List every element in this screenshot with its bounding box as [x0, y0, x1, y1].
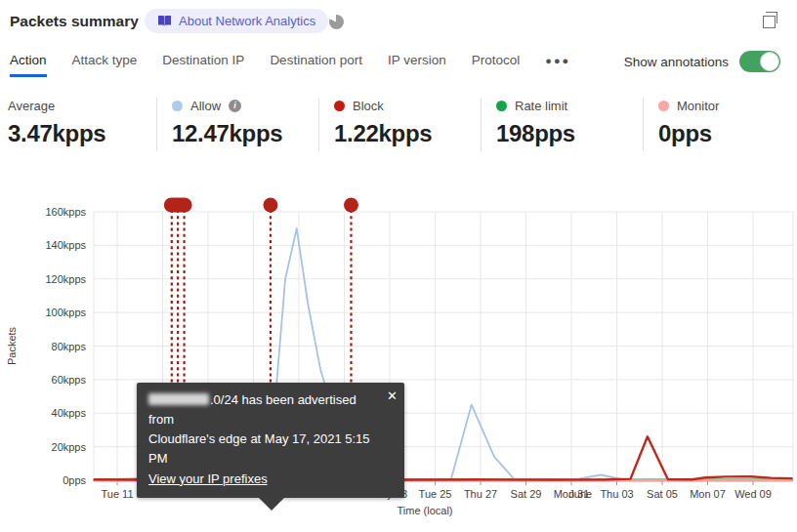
about-network-analytics-badge[interactable]: About Network Analytics — [145, 9, 328, 33]
stat-value: 198pps — [496, 120, 575, 147]
stat-value: 12.47kpps — [172, 120, 282, 147]
stat-label: Monitor — [677, 99, 719, 113]
show-annotations-label: Show annotations — [624, 55, 729, 69]
svg-text:140kpps: 140kpps — [45, 239, 86, 251]
svg-text:Thu 27: Thu 27 — [464, 488, 497, 500]
svg-text:Packets: Packets — [6, 326, 18, 365]
svg-text:100kpps: 100kpps — [45, 307, 86, 318]
open-in-new-window-icon[interactable] — [763, 16, 776, 28]
svg-text:160kpps: 160kpps — [45, 206, 86, 218]
block-series-dot — [334, 101, 345, 111]
svg-text:Tue 25: Tue 25 — [419, 488, 452, 500]
stat-block: Block 1.22kpps — [334, 98, 432, 147]
network-analytics-panel: Packets summary About Network Analytics … — [0, 0, 797, 532]
stat-value: 1.22kpps — [334, 120, 432, 147]
show-annotations-toggle[interactable] — [739, 51, 780, 72]
stat-average: Average 3.47kpps — [8, 98, 105, 147]
monitor-series-dot — [658, 101, 669, 111]
svg-text:Time (local): Time (local) — [397, 505, 452, 516]
usage-pie-icon — [329, 15, 344, 29]
stat-label: Average — [8, 99, 55, 113]
stat-divider — [156, 98, 157, 151]
dimension-tabs: Action Attack type Destination IP Destin… — [10, 53, 570, 77]
svg-text:Sat 05: Sat 05 — [647, 488, 678, 500]
tab-protocol[interactable]: Protocol — [472, 53, 521, 74]
svg-text:40kpps: 40kpps — [52, 407, 87, 419]
stat-value: 0pps — [658, 120, 719, 147]
svg-text:120kpps: 120kpps — [45, 273, 86, 285]
tab-destination-port[interactable]: Destination port — [270, 53, 362, 74]
stat-divider — [481, 98, 482, 151]
svg-text:June: June — [568, 488, 592, 500]
more-tabs-icon[interactable]: ●●● — [545, 53, 570, 66]
stat-label: Allow — [190, 99, 221, 113]
svg-text:Thu 03: Thu 03 — [600, 488, 633, 500]
tab-action[interactable]: Action — [10, 53, 47, 77]
svg-text:Sat 29: Sat 29 — [511, 488, 542, 500]
tab-ip-version[interactable]: IP version — [388, 53, 446, 74]
book-icon — [157, 15, 172, 27]
packets-time-series-chart[interactable]: 0pps20kpps40kpps60kpps80kpps100kpps120kp… — [0, 190, 797, 532]
tab-destination-ip[interactable]: Destination IP — [162, 53, 244, 74]
tab-attack-type[interactable]: Attack type — [72, 53, 138, 74]
toggle-knob — [760, 52, 779, 71]
rate-limit-series-dot — [496, 101, 507, 111]
ip-prefix-annotation-tooltip: ✕ .0/24 has been advertised from Cloudfl… — [137, 383, 404, 498]
stat-allow: Allow i 12.47kpps — [172, 98, 282, 147]
svg-text:Wed 09: Wed 09 — [734, 488, 772, 500]
stat-value: 3.47kpps — [8, 120, 105, 147]
svg-text:0pps: 0pps — [63, 474, 86, 486]
tooltip-caret — [258, 497, 285, 511]
badge-label: About Network Analytics — [179, 14, 315, 28]
redacted-ip-prefix — [148, 393, 209, 405]
svg-text:80kpps: 80kpps — [52, 341, 87, 352]
stat-divider — [643, 98, 644, 151]
tooltip-line2: Cloudflare's edge at May 17, 2021 5:15 P… — [148, 431, 370, 466]
view-ip-prefixes-link[interactable]: View your IP prefixes — [148, 471, 268, 486]
stat-rate-limit: Rate limit 198pps — [496, 98, 575, 147]
svg-text:60kpps: 60kpps — [52, 374, 87, 386]
show-annotations-control: Show annotations — [624, 51, 780, 72]
svg-text:20kpps: 20kpps — [52, 441, 87, 453]
stat-divider — [318, 98, 319, 151]
page-title: Packets summary — [10, 13, 139, 30]
stat-label: Block — [353, 99, 384, 113]
stat-monitor: Monitor 0pps — [658, 98, 719, 147]
svg-text:Tue 11: Tue 11 — [101, 488, 133, 500]
close-icon[interactable]: ✕ — [387, 387, 398, 406]
svg-text:Mon 07: Mon 07 — [690, 488, 726, 500]
allow-series-dot — [172, 101, 183, 111]
stat-label: Rate limit — [515, 99, 567, 113]
info-icon[interactable]: i — [229, 100, 241, 112]
